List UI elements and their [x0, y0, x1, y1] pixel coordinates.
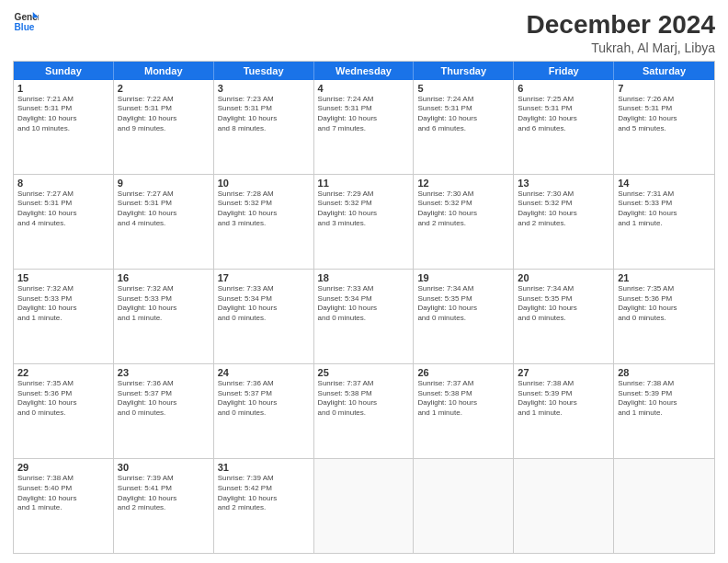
day-number: 7 [618, 83, 711, 94]
calendar-cell: 6Sunrise: 7:25 AMSunset: 5:31 PMDaylight… [514, 80, 614, 174]
location: Tukrah, Al Marj, Libya [527, 40, 715, 55]
cell-info: Sunrise: 7:24 AMSunset: 5:31 PMDaylight:… [417, 95, 509, 134]
calendar-cell: 8Sunrise: 7:27 AMSunset: 5:31 PMDaylight… [14, 175, 114, 269]
cell-info: Sunrise: 7:30 AMSunset: 5:32 PMDaylight:… [518, 190, 609, 229]
calendar-row: 15Sunrise: 7:32 AMSunset: 5:33 PMDayligh… [14, 270, 714, 364]
calendar-row: 1Sunrise: 7:21 AMSunset: 5:31 PMDaylight… [14, 80, 714, 175]
logo: General Blue [13, 9, 39, 35]
calendar-body: 1Sunrise: 7:21 AMSunset: 5:31 PMDaylight… [14, 80, 714, 553]
logo-icon: General Blue [13, 9, 39, 35]
cell-info: Sunrise: 7:33 AMSunset: 5:34 PMDaylight:… [218, 284, 310, 324]
calendar: SundayMondayTuesdayWednesdayThursdayFrid… [13, 61, 715, 554]
calendar-cell: 7Sunrise: 7:26 AMSunset: 5:31 PMDaylight… [614, 80, 714, 174]
day-number: 27 [518, 367, 609, 378]
day-number: 23 [118, 367, 210, 378]
day-number: 26 [417, 367, 509, 378]
page: General Blue December 2024 Tukrah, Al Ma… [0, 0, 728, 563]
cell-info: Sunrise: 7:27 AMSunset: 5:31 PMDaylight:… [17, 190, 109, 229]
cell-info: Sunrise: 7:37 AMSunset: 5:38 PMDaylight:… [417, 379, 509, 419]
cell-info: Sunrise: 7:34 AMSunset: 5:35 PMDaylight:… [518, 284, 609, 324]
day-number: 16 [118, 272, 210, 283]
calendar-cell: 20Sunrise: 7:34 AMSunset: 5:35 PMDayligh… [514, 270, 614, 363]
calendar-cell: 4Sunrise: 7:24 AMSunset: 5:31 PMDaylight… [314, 80, 415, 174]
calendar-cell [314, 459, 415, 553]
calendar-cell: 16Sunrise: 7:32 AMSunset: 5:33 PMDayligh… [114, 270, 214, 363]
header: General Blue December 2024 Tukrah, Al Ma… [13, 9, 715, 55]
day-number: 10 [218, 178, 310, 189]
day-number: 22 [17, 367, 109, 378]
day-number: 12 [417, 178, 509, 189]
calendar-cell: 22Sunrise: 7:35 AMSunset: 5:36 PMDayligh… [14, 364, 114, 458]
day-number: 15 [17, 272, 109, 283]
day-number: 5 [417, 83, 509, 94]
weekday-header: Wednesday [314, 62, 415, 80]
title-block: December 2024 Tukrah, Al Marj, Libya [527, 9, 715, 55]
calendar-row: 8Sunrise: 7:27 AMSunset: 5:31 PMDaylight… [14, 175, 714, 270]
cell-info: Sunrise: 7:22 AMSunset: 5:31 PMDaylight:… [118, 95, 210, 134]
day-number: 2 [118, 83, 210, 94]
calendar-cell: 30Sunrise: 7:39 AMSunset: 5:41 PMDayligh… [114, 459, 214, 553]
weekday-header: Tuesday [214, 62, 314, 80]
calendar-cell: 28Sunrise: 7:38 AMSunset: 5:39 PMDayligh… [614, 364, 714, 458]
calendar-cell: 29Sunrise: 7:38 AMSunset: 5:40 PMDayligh… [14, 459, 114, 553]
day-number: 18 [318, 272, 410, 283]
cell-info: Sunrise: 7:21 AMSunset: 5:31 PMDaylight:… [17, 95, 109, 134]
calendar-cell: 15Sunrise: 7:32 AMSunset: 5:33 PMDayligh… [14, 270, 114, 363]
month-year: December 2024 [527, 9, 715, 40]
cell-info: Sunrise: 7:35 AMSunset: 5:36 PMDaylight:… [17, 379, 109, 419]
cell-info: Sunrise: 7:37 AMSunset: 5:38 PMDaylight:… [318, 379, 410, 419]
cell-info: Sunrise: 7:35 AMSunset: 5:36 PMDaylight:… [618, 284, 711, 324]
calendar-row: 22Sunrise: 7:35 AMSunset: 5:36 PMDayligh… [14, 364, 714, 459]
cell-info: Sunrise: 7:39 AMSunset: 5:41 PMDaylight:… [118, 474, 210, 513]
day-number: 20 [518, 272, 609, 283]
day-number: 4 [318, 83, 410, 94]
day-number: 29 [17, 462, 109, 473]
calendar-cell: 25Sunrise: 7:37 AMSunset: 5:38 PMDayligh… [314, 364, 415, 458]
day-number: 9 [118, 178, 210, 189]
cell-info: Sunrise: 7:36 AMSunset: 5:37 PMDaylight:… [218, 379, 310, 419]
calendar-cell: 14Sunrise: 7:31 AMSunset: 5:33 PMDayligh… [614, 175, 714, 269]
cell-info: Sunrise: 7:33 AMSunset: 5:34 PMDaylight:… [318, 284, 410, 324]
day-number: 31 [218, 462, 310, 473]
calendar-cell: 23Sunrise: 7:36 AMSunset: 5:37 PMDayligh… [114, 364, 214, 458]
calendar-cell: 11Sunrise: 7:29 AMSunset: 5:32 PMDayligh… [314, 175, 415, 269]
cell-info: Sunrise: 7:30 AMSunset: 5:32 PMDaylight:… [417, 190, 509, 229]
day-number: 24 [218, 367, 310, 378]
cell-info: Sunrise: 7:32 AMSunset: 5:33 PMDaylight:… [118, 284, 210, 324]
cell-info: Sunrise: 7:24 AMSunset: 5:31 PMDaylight:… [318, 95, 410, 134]
calendar-cell: 1Sunrise: 7:21 AMSunset: 5:31 PMDaylight… [14, 80, 114, 174]
calendar-row: 29Sunrise: 7:38 AMSunset: 5:40 PMDayligh… [14, 459, 714, 553]
weekday-header: Sunday [14, 62, 114, 80]
cell-info: Sunrise: 7:25 AMSunset: 5:31 PMDaylight:… [518, 95, 609, 134]
calendar-cell: 12Sunrise: 7:30 AMSunset: 5:32 PMDayligh… [414, 175, 514, 269]
weekday-header: Monday [114, 62, 214, 80]
calendar-cell: 9Sunrise: 7:27 AMSunset: 5:31 PMDaylight… [114, 175, 214, 269]
day-number: 8 [17, 178, 109, 189]
cell-info: Sunrise: 7:28 AMSunset: 5:32 PMDaylight:… [218, 190, 310, 229]
calendar-cell [414, 459, 514, 553]
cell-info: Sunrise: 7:31 AMSunset: 5:33 PMDaylight:… [618, 190, 711, 229]
day-number: 6 [518, 83, 609, 94]
calendar-cell: 17Sunrise: 7:33 AMSunset: 5:34 PMDayligh… [214, 270, 314, 363]
cell-info: Sunrise: 7:23 AMSunset: 5:31 PMDaylight:… [218, 95, 310, 134]
calendar-cell: 21Sunrise: 7:35 AMSunset: 5:36 PMDayligh… [614, 270, 714, 363]
day-number: 21 [618, 272, 711, 283]
calendar-cell: 31Sunrise: 7:39 AMSunset: 5:42 PMDayligh… [214, 459, 314, 553]
calendar-cell: 5Sunrise: 7:24 AMSunset: 5:31 PMDaylight… [414, 80, 514, 174]
cell-info: Sunrise: 7:29 AMSunset: 5:32 PMDaylight:… [318, 190, 410, 229]
day-number: 30 [118, 462, 210, 473]
cell-info: Sunrise: 7:39 AMSunset: 5:42 PMDaylight:… [218, 474, 310, 513]
day-number: 11 [318, 178, 410, 189]
svg-text:Blue: Blue [15, 22, 35, 32]
weekday-header: Thursday [414, 62, 514, 80]
calendar-header: SundayMondayTuesdayWednesdayThursdayFrid… [14, 62, 714, 80]
weekday-header: Saturday [614, 62, 714, 80]
day-number: 14 [618, 178, 711, 189]
cell-info: Sunrise: 7:32 AMSunset: 5:33 PMDaylight:… [17, 284, 109, 324]
cell-info: Sunrise: 7:36 AMSunset: 5:37 PMDaylight:… [118, 379, 210, 419]
cell-info: Sunrise: 7:38 AMSunset: 5:40 PMDaylight:… [17, 474, 109, 513]
cell-info: Sunrise: 7:26 AMSunset: 5:31 PMDaylight:… [618, 95, 711, 134]
day-number: 25 [318, 367, 410, 378]
calendar-cell: 19Sunrise: 7:34 AMSunset: 5:35 PMDayligh… [414, 270, 514, 363]
day-number: 28 [618, 367, 711, 378]
